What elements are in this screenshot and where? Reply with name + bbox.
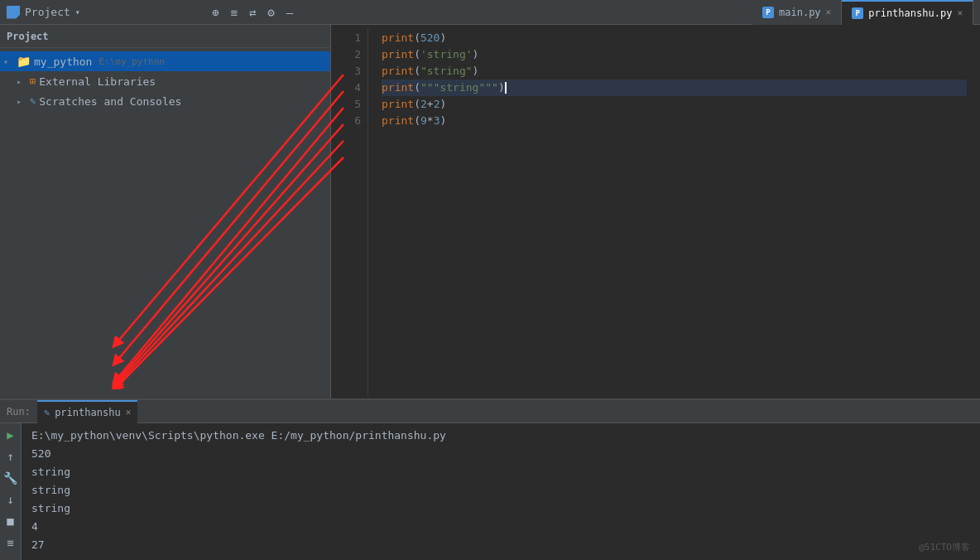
output-line-5: 4	[31, 518, 970, 536]
folder-path: E:\my_python	[98, 56, 164, 67]
toolbar-icon-add[interactable]: ⊕	[212, 6, 219, 19]
editor-area: 1 2 3 4 5 6 print(520) print('string') p…	[331, 25, 980, 398]
project-label[interactable]: Project	[25, 6, 70, 18]
tab-printhanshu-py[interactable]: P printhanshu.py ✕	[842, 0, 973, 25]
run-tab-printhanshu[interactable]: ✎ printhanshu ✕	[37, 400, 137, 423]
stop-button[interactable]: ■	[2, 514, 19, 528]
project-icon	[7, 6, 20, 19]
line-num-3: 3	[338, 63, 361, 80]
main-layout: Project ▾ 📁 my_python E:\my_python ▸ ⊞ E…	[0, 25, 980, 398]
tab-printhanshu-py-label: printhanshu.py	[868, 7, 952, 19]
run-tab-label: printhanshu	[55, 407, 120, 418]
sidebar-title: Project	[7, 31, 49, 42]
run-label: Run:	[7, 406, 31, 418]
sidebar-header: Project	[0, 25, 330, 48]
code-line-3: print("string")	[382, 63, 967, 80]
toolbar-icon-minimize[interactable]: —	[286, 6, 293, 19]
toolbar-icon-split[interactable]: ⇄	[249, 6, 256, 19]
tab-main-py[interactable]: P main.py ✕	[752, 0, 842, 25]
line-num-4: 4	[338, 80, 361, 96]
wrap-button[interactable]: ≡	[2, 536, 19, 549]
run-tab-icon: ✎	[44, 407, 50, 418]
console-layout: ▶ ↑ 🔧 ↓ ■ ≡ ⚡ 🖨 📌 🗑 E:\my_python\venv\Sc…	[0, 423, 980, 560]
python-file-icon: P	[762, 7, 774, 18]
project-dropdown[interactable]: ▾	[75, 7, 80, 17]
run-tabs-bar: Run: ✎ printhanshu ✕	[0, 400, 980, 423]
watermark: @51CTO博客	[919, 541, 970, 553]
scroll-up-button[interactable]: ↑	[2, 450, 19, 463]
folder-label: my_python	[34, 56, 92, 68]
line-num-1: 1	[338, 30, 361, 46]
title-bar: Project ▾ ⊕ ≡ ⇄ ⚙ — P main.py ✕ P printh…	[0, 0, 980, 25]
chevron-down-icon: ▾	[3, 57, 13, 66]
run-tab-close[interactable]: ✕	[126, 407, 132, 418]
code-editor[interactable]: print(520) print('string') print("string…	[368, 28, 980, 395]
output-line-2: string	[31, 463, 970, 481]
line-num-6: 6	[338, 113, 361, 129]
chevron-right-icon-2: ▸	[17, 97, 26, 106]
tab-main-py-close[interactable]: ✕	[826, 7, 832, 17]
output-line-3: string	[31, 481, 970, 500]
sidebar-item-my-python[interactable]: ▾ 📁 my_python E:\my_python	[0, 51, 330, 71]
project-section: Project ▾	[7, 6, 172, 19]
code-line-5: print(2+2)	[382, 96, 967, 113]
tab-main-py-label: main.py	[779, 7, 821, 18]
code-line-1: print(520)	[382, 30, 967, 46]
line-numbers: 1 2 3 4 5 6	[331, 28, 368, 395]
toolbar-icon-list[interactable]: ≡	[230, 6, 237, 19]
toolbar-icons: ⊕ ≡ ⇄ ⚙ —	[212, 6, 293, 19]
editor-content[interactable]: 1 2 3 4 5 6 print(520) print('string') p…	[331, 25, 980, 398]
output-line-4: string	[31, 500, 970, 518]
chevron-right-icon: ▸	[17, 77, 26, 86]
toolbar-icon-settings[interactable]: ⚙	[267, 6, 274, 19]
console-output: E:\my_python\venv\Scripts\python.exe E:/…	[22, 423, 980, 560]
command-line: E:\my_python\venv\Scripts\python.exe E:/…	[31, 427, 970, 445]
output-line-1: 520	[31, 445, 970, 463]
sidebar-item-scratches[interactable]: ▸ ✎ Scratches and Consoles	[0, 91, 330, 111]
editor-tabs: P main.py ✕ P printhanshu.py ✕	[752, 0, 973, 25]
bottom-panel: Run: ✎ printhanshu ✕ ▶ ↑ 🔧 ↓ ■ ≡ ⚡ 🖨 📌 🗑	[0, 398, 980, 560]
folder-icon: 📁	[17, 55, 31, 68]
tab-printhanshu-py-close[interactable]: ✕	[957, 7, 963, 18]
external-libraries-label: External Libraries	[39, 75, 156, 88]
run-play-button[interactable]: ▶	[2, 428, 19, 442]
console-toolbar: ▶ ↑ 🔧 ↓ ■ ≡ ⚡ 🖨 📌 🗑	[0, 423, 22, 560]
sidebar: Project ▾ 📁 my_python E:\my_python ▸ ⊞ E…	[0, 25, 331, 398]
scratch-icon: ✎	[30, 95, 36, 107]
line-num-2: 2	[338, 46, 361, 63]
output-line-6: 27	[31, 536, 970, 554]
code-line-6: print(9*3)	[382, 113, 967, 129]
settings-button[interactable]: 🔧	[2, 471, 19, 485]
python-file-icon-active: P	[852, 7, 863, 19]
line-num-5: 5	[338, 96, 361, 113]
code-line-2: print('string')	[382, 46, 967, 63]
library-icon: ⊞	[30, 75, 36, 87]
sidebar-item-external-libraries[interactable]: ▸ ⊞ External Libraries	[0, 71, 330, 91]
scroll-down-button[interactable]: ↓	[2, 493, 19, 506]
code-line-4: print("""string""")	[382, 80, 967, 96]
scratches-label: Scratches and Consoles	[39, 95, 181, 108]
sidebar-tree: ▾ 📁 my_python E:\my_python ▸ ⊞ External …	[0, 48, 330, 114]
